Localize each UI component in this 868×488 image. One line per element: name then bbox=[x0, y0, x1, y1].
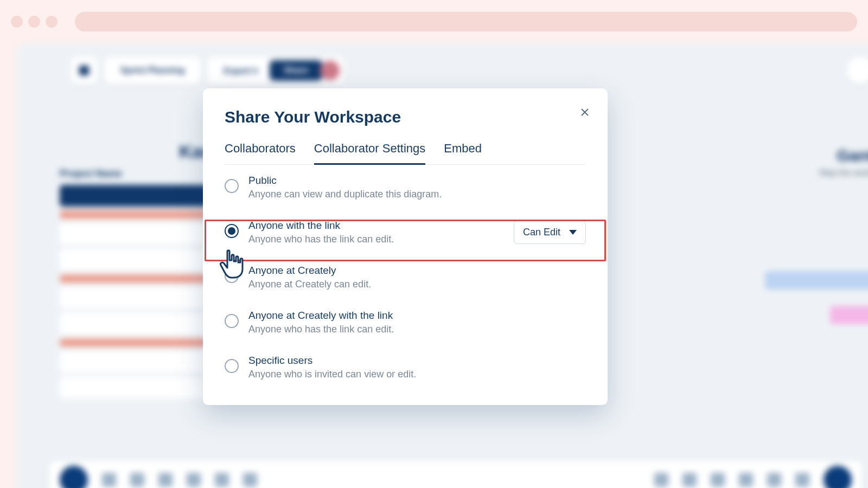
tool-icon[interactable] bbox=[739, 473, 753, 487]
close-button[interactable] bbox=[577, 105, 592, 120]
gantt-bar[interactable] bbox=[830, 306, 868, 324]
option-public[interactable]: Public Anyone can view and duplicate thi… bbox=[225, 165, 586, 210]
gantt-chart bbox=[765, 271, 868, 341]
window-max-dot[interactable] bbox=[46, 16, 58, 28]
list-item[interactable] bbox=[60, 211, 212, 219]
share-group: Export ▾ Share bbox=[207, 57, 344, 84]
list-item[interactable] bbox=[60, 339, 212, 346]
help-fab[interactable] bbox=[824, 466, 852, 488]
tool-icon[interactable] bbox=[654, 473, 668, 487]
help-button[interactable] bbox=[846, 57, 868, 84]
share-modal: Share Your Workspace Collaborators Colla… bbox=[203, 88, 608, 405]
list-item[interactable] bbox=[60, 249, 212, 271]
modal-title: Share Your Workspace bbox=[225, 108, 586, 126]
option-anyone-link[interactable]: Anyone with the link Anyone who has the … bbox=[225, 210, 586, 255]
tab-collaborator-settings[interactable]: Collaborator Settings bbox=[314, 142, 425, 165]
option-anyone-org-link[interactable]: Anyone at Creately with the link Anyone … bbox=[225, 300, 586, 345]
option-desc: Anyone who has the link can edit. bbox=[248, 234, 504, 245]
list-item[interactable] bbox=[60, 275, 212, 282]
option-title: Anyone with the link bbox=[248, 220, 504, 232]
tool-icon[interactable] bbox=[682, 473, 697, 487]
list-item[interactable] bbox=[60, 377, 212, 399]
doc-title[interactable]: Sprint Planning bbox=[104, 57, 201, 84]
option-anyone-org[interactable]: Anyone at Creately Anyone at Creately ca… bbox=[225, 255, 586, 300]
list-item[interactable] bbox=[60, 313, 212, 335]
window-controls bbox=[11, 16, 58, 28]
side-panel: Project Name bbox=[60, 168, 212, 403]
tool-icon[interactable] bbox=[767, 473, 781, 487]
avatar[interactable] bbox=[320, 61, 340, 80]
radio-anyone-org[interactable] bbox=[225, 269, 239, 283]
option-title: Specific users bbox=[248, 355, 586, 367]
export-label: Export bbox=[224, 66, 251, 75]
side-panel-label: Project Name bbox=[60, 168, 212, 179]
export-button[interactable]: Export ▾ bbox=[212, 66, 270, 76]
option-title: Anyone at Creately with the link bbox=[248, 310, 586, 322]
tool-icon[interactable] bbox=[215, 473, 229, 487]
url-bar[interactable] bbox=[75, 12, 857, 31]
gantt-bar[interactable] bbox=[765, 271, 868, 290]
bottom-toolbar bbox=[49, 461, 863, 488]
list-item[interactable] bbox=[60, 351, 212, 373]
share-button[interactable]: Share bbox=[270, 60, 322, 81]
radio-public[interactable] bbox=[225, 179, 239, 193]
tool-icon[interactable] bbox=[243, 473, 257, 487]
radio-specific-users[interactable] bbox=[225, 359, 239, 373]
menu-button[interactable] bbox=[71, 57, 98, 84]
heading-right-text: Gantt Chart To bbox=[837, 146, 868, 164]
tool-icon[interactable] bbox=[102, 473, 116, 487]
add-button[interactable] bbox=[60, 466, 88, 488]
permission-label: Can Edit bbox=[523, 227, 560, 238]
chevron-down-icon bbox=[569, 230, 577, 235]
window-min-dot[interactable] bbox=[28, 16, 40, 28]
list-item[interactable] bbox=[60, 185, 212, 207]
radio-anyone-org-link[interactable] bbox=[225, 314, 239, 328]
close-icon bbox=[581, 108, 589, 116]
option-desc: Anyone who has the link can edit. bbox=[248, 324, 586, 335]
canvas-heading-right: Gantt Chart To Map the workstreams and m… bbox=[820, 146, 868, 178]
window-close-dot[interactable] bbox=[11, 16, 23, 28]
option-title: Anyone at Creately bbox=[248, 265, 586, 277]
tool-icon[interactable] bbox=[187, 473, 201, 487]
tool-icon[interactable] bbox=[130, 473, 144, 487]
option-desc: Anyone can view and duplicate this diagr… bbox=[248, 189, 586, 200]
tab-embed[interactable]: Embed bbox=[444, 142, 482, 164]
option-desc: Anyone at Creately can edit. bbox=[248, 279, 586, 290]
modal-tabs: Collaborators Collaborator Settings Embe… bbox=[225, 142, 586, 165]
tool-icon[interactable] bbox=[158, 473, 173, 487]
option-title: Public bbox=[248, 175, 586, 187]
tool-icon[interactable] bbox=[795, 473, 809, 487]
option-desc: Anyone who is invited can view or edit. bbox=[248, 369, 586, 380]
heading-right-sub: Map the workstreams and milesto bbox=[820, 168, 868, 178]
option-specific-users[interactable]: Specific users Anyone who is invited can… bbox=[225, 345, 586, 390]
list-item[interactable] bbox=[60, 287, 212, 309]
list-item[interactable] bbox=[60, 223, 212, 245]
tab-collaborators[interactable]: Collaborators bbox=[225, 142, 296, 164]
tool-icon[interactable] bbox=[711, 473, 725, 487]
permission-select[interactable]: Can Edit bbox=[514, 221, 586, 244]
app-toolbar: Sprint Planning Export ▾ Share bbox=[71, 57, 344, 84]
browser-chrome bbox=[0, 0, 868, 43]
radio-anyone-link[interactable] bbox=[225, 224, 239, 238]
